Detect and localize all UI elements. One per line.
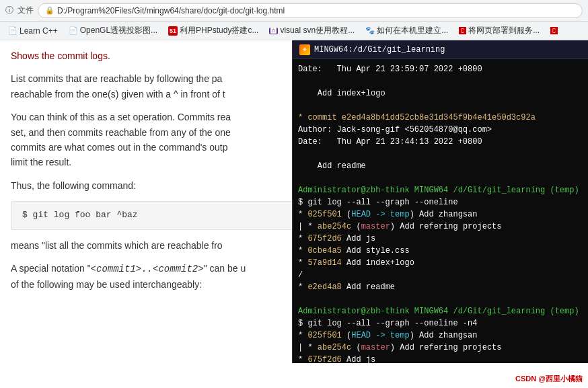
bookmark-label-howto: 如何在本机里建立... xyxy=(377,25,448,36)
terminal-titlebar: ❖ MINGW64:/d/Git/git_learning xyxy=(293,40,588,59)
bookmark-icon-php: 51 xyxy=(168,26,178,36)
t-line-blank4 xyxy=(298,172,583,184)
t-line-prompt1: Administrator@zbh-think MINGW64 /d/Git/g… xyxy=(298,184,583,196)
para-special-text1: A special notation " xyxy=(11,263,91,274)
para-set-op-3: commits are what comes out in the comman… xyxy=(11,142,227,153)
para-special-text3: of the following may be used interchange… xyxy=(11,279,202,290)
bookmark-opengl[interactable]: 📄 OpenGL透视投影图... xyxy=(65,24,161,38)
t-line-cmd2: $ git log --all --graph --oneline -n4 xyxy=(298,317,583,329)
first-paragraph-text: Shows the commit logs. xyxy=(11,50,110,61)
para-set-op-4: limit the result. xyxy=(11,157,71,167)
t-line-blank3 xyxy=(298,148,583,160)
url-text: D:/Program%20Files/Git/mingw64/share/doc… xyxy=(57,6,285,15)
t-line-blank2 xyxy=(298,100,583,112)
bookmark-learn-cpp[interactable]: 📄 Learn C++ xyxy=(4,25,62,37)
para-list-commits-text1: List commits that are reachable by follo… xyxy=(11,73,222,84)
para-list-commits-text2: reachable from the one(s) given with a ^… xyxy=(11,89,225,100)
bookmark-icon-opengl: 📄 xyxy=(69,26,78,35)
t-line-author: Author: Jack-song-gif <562054870@qq.com> xyxy=(298,124,583,136)
bookmark-icon-extra: 🅲 xyxy=(550,27,558,35)
t-line-g6: / xyxy=(298,269,583,281)
terminal-window[interactable]: ❖ MINGW64:/d/Git/git_learning Date: Thu … xyxy=(292,40,588,363)
watermark: CSDN @西里小橘猫 xyxy=(515,374,583,384)
lock-icon: 🔒 xyxy=(45,6,54,15)
t-line-g5: * 57a9d14 Add index+logo xyxy=(298,257,583,269)
para-following-command-text: Thus, the following command: xyxy=(11,180,136,191)
bookmark-vs[interactable]: 🅰 visual svn使用教程... xyxy=(265,24,359,38)
para-means-text: means "list all the commits which are re… xyxy=(11,240,223,251)
t-line-cmd1: $ git log --all --graph --oneline xyxy=(298,196,583,208)
t-line-g3: * 675f2d6 Add js xyxy=(298,233,583,245)
t-line-g8: * 025f501 (HEAD -> temp) Add zhangsan xyxy=(298,329,583,342)
para-special-italic: <commit1>..<commit2> xyxy=(91,264,204,274)
bookmark-label-php: 利用PHPstudy搭建c... xyxy=(180,25,258,36)
bookmark-label-opengl: OpenGL透视投影图... xyxy=(80,25,157,36)
t-line-g9: | * abe254c (master) Add refering projec… xyxy=(298,342,583,354)
code-text: $ git log foo bar ^baz xyxy=(22,210,138,220)
t-line-g1: * 025f501 (HEAD -> temp) Add zhangsan xyxy=(298,208,583,221)
bookmark-php[interactable]: 51 利用PHPstudy搭建c... xyxy=(164,24,262,38)
t-line-g7: * e2ed4a8 Add readme xyxy=(298,281,583,293)
browser-bar: ⓘ 文件 🔒 D:/Program%20Files/Git/mingw64/sh… xyxy=(0,0,588,22)
main-area: Shows the commit logs. List commits that… xyxy=(0,40,588,388)
para-special-text2: " can be u xyxy=(204,263,246,274)
t-line-g10: * 675f2d6 Add js xyxy=(298,354,583,363)
bookmark-howto[interactable]: 🐾 如何在本机里建立... xyxy=(361,24,452,38)
file-label: 文件 xyxy=(17,5,34,16)
t-line-prompt2: Administrator@zbh-think MINGW64 /d/Git/g… xyxy=(298,305,583,317)
bookmark-icon-cpp: 📄 xyxy=(8,26,17,35)
address-bar[interactable]: 🔒 D:/Program%20Files/Git/mingw64/share/d… xyxy=(38,3,583,18)
info-icon: ⓘ xyxy=(5,5,13,16)
bookmark-icon-vs: 🅰 xyxy=(269,28,278,34)
bookmark-deploy[interactable]: 🅲 将网页部署到服务... xyxy=(455,24,544,38)
para-set-op-1: You can think of this as a set operation… xyxy=(11,112,231,122)
terminal-title: MINGW64:/d/Git/git_learning xyxy=(314,45,445,54)
terminal-icon: ❖ xyxy=(299,44,310,55)
watermark-text: @西里小橘猫 xyxy=(538,375,583,383)
para-set-op-2: set, and then commits reachable from any… xyxy=(11,127,231,138)
t-line-addidx: Add index+logo xyxy=(298,87,583,100)
watermark-brand: CSDN xyxy=(515,375,536,383)
t-line-g2: | * abe254c (master) Add refering projec… xyxy=(298,221,583,233)
t-line-date: Date: Thu Apr 21 23:59:07 2022 +0800 xyxy=(298,63,583,75)
bookmark-icon-howto: 🐾 xyxy=(365,26,375,35)
bookmark-icon-deploy: 🅲 xyxy=(459,27,466,35)
bookmarks-bar: 📄 Learn C++ 📄 OpenGL透视投影图... 51 利用PHPstu… xyxy=(0,22,588,40)
terminal-body: Date: Thu Apr 21 23:59:07 2022 +0800 Add… xyxy=(293,59,588,363)
t-line-date2: Date: Thu Apr 21 23:44:13 2022 +0800 xyxy=(298,136,583,148)
t-line-blank1 xyxy=(298,75,583,87)
t-line-blank5 xyxy=(298,293,583,305)
t-line-addreadme: Add readme xyxy=(298,160,583,172)
bookmark-extra[interactable]: 🅲 xyxy=(546,26,562,36)
t-line-commit: * commit e2ed4a8b41dd52cb8e31d345f9b4e41… xyxy=(298,112,583,124)
bookmark-label-deploy: 将网页部署到服务... xyxy=(468,25,540,36)
bookmark-label-vs: visual svn使用教程... xyxy=(280,25,355,36)
t-line-g4: * 0cbe4a5 Add style.css xyxy=(298,245,583,257)
bookmark-label-learn-cpp: Learn C++ xyxy=(20,26,58,36)
